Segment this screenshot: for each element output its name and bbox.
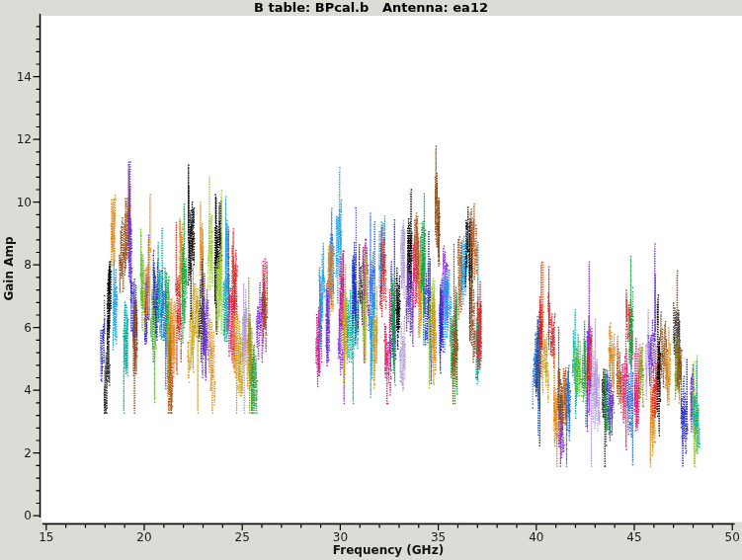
x-tick-label: 40	[529, 530, 543, 544]
y-tick-label: 8	[6, 258, 32, 272]
x-tick-label: 35	[431, 530, 446, 544]
x-tick-label: 15	[39, 530, 53, 544]
y-tick-label: 4	[6, 383, 32, 397]
x-tick-label: 50	[725, 530, 740, 544]
x-tick-label: 20	[136, 530, 151, 544]
y-tick-label: 14	[6, 70, 32, 84]
x-tick-label: 45	[626, 530, 641, 544]
y-tick-label: 10	[6, 196, 32, 209]
x-axis-label: Frequency (GHz)	[333, 543, 444, 557]
plot-title: B table: BPcal.b Antenna: ea12	[0, 0, 742, 15]
bandpass-plot-canvas[interactable]	[0, 0, 742, 560]
y-tick-label: 6	[6, 321, 32, 335]
y-tick-label: 0	[6, 509, 32, 522]
y-tick-label: 12	[6, 132, 32, 146]
x-tick-label: 25	[235, 530, 250, 544]
y-tick-label: 2	[6, 446, 32, 460]
x-tick-label: 30	[333, 530, 348, 544]
